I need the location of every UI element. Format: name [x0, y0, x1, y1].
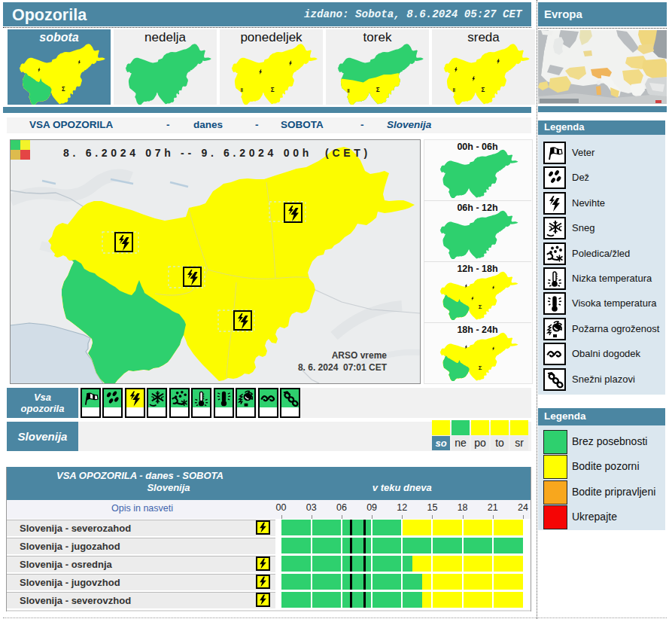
svg-text:8. 6.2024 07h -- 9. 6.2024 00h: 8. 6.2024 07h -- 9. 6.2024 00h (CET) [63, 147, 371, 159]
svg-text:‖: ‖ [240, 87, 243, 93]
svg-text:Σ: Σ [479, 303, 482, 310]
svg-text:Σ: Σ [376, 85, 379, 93]
svg-text:8. 6. 2024 07:01 CET: 8. 6. 2024 07:01 CET [298, 362, 388, 373]
svg-text:ARSO vreme: ARSO vreme [332, 350, 388, 361]
svg-text:‖: ‖ [347, 87, 350, 94]
svg-text:Σ: Σ [61, 85, 65, 92]
svg-text:Σ: Σ [270, 85, 274, 93]
svg-text:Σ: Σ [481, 85, 485, 93]
svg-text:‖: ‖ [452, 87, 455, 93]
svg-text:Σ: Σ [479, 364, 482, 371]
